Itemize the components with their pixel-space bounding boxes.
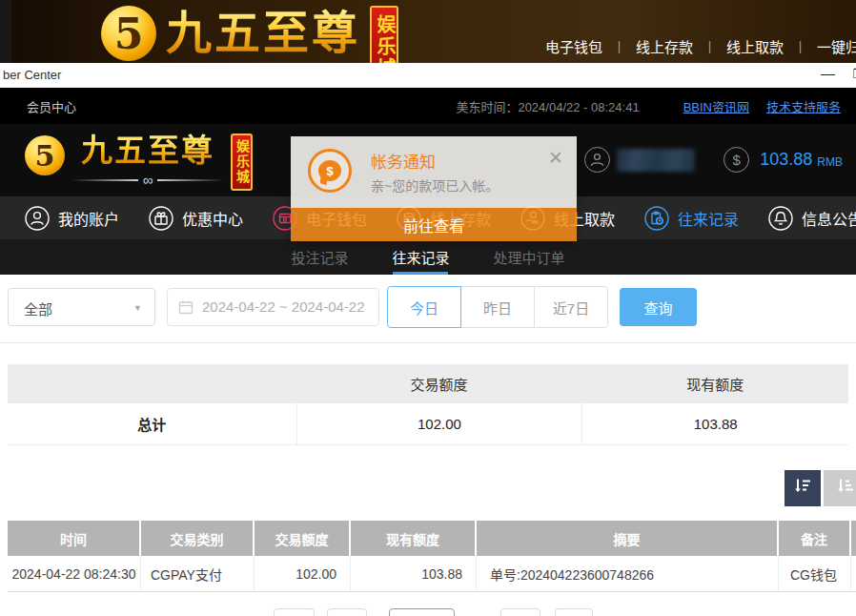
calendar-icon — [178, 299, 194, 318]
last7days-button[interactable]: 近7日 — [534, 286, 608, 328]
window-titlebar: ber Center — ❐ — [0, 63, 856, 88]
section-divider — [0, 342, 856, 343]
summary-header-transaction-amount: 交易额度 — [296, 364, 582, 403]
transactions-table: 时间 交易类别 交易额度 现有额度 摘要 备注 2024-04-22 08:24… — [8, 521, 856, 592]
sort-ascending-icon — [835, 476, 856, 501]
logo-ball-icon: 5 — [101, 6, 156, 61]
window-title: ber Center — [3, 68, 61, 82]
header-summary: 摘要 — [477, 521, 779, 556]
banner-link-ewallet[interactable]: 电子钱包 — [535, 36, 613, 56]
pagination-button[interactable] — [555, 608, 593, 616]
summary-table: 交易额度 现有额度 总计 102.00 103.88 — [8, 364, 848, 445]
username-blurred — [617, 149, 695, 172]
header-overflow — [851, 521, 856, 556]
pagination-button[interactable] — [274, 608, 315, 616]
cell-transaction-type: CGPAY支付 — [141, 556, 255, 591]
header-transaction-amount: 交易额度 — [255, 521, 351, 556]
summary-header-current-balance: 现有额度 — [581, 364, 848, 403]
logo-ball-icon: 5 — [25, 135, 65, 175]
cell-current-balance: 103.88 — [351, 556, 477, 591]
query-button[interactable]: 查询 — [620, 288, 697, 326]
site-logo-large: 5 九五至尊 娱乐城 — [101, 6, 398, 63]
summary-current-balance: 103.88 — [581, 403, 848, 444]
balance-dollar-icon: $ — [724, 147, 749, 173]
today-button[interactable]: 今日 — [387, 286, 461, 328]
logo-flourish: ∞ — [71, 172, 224, 188]
pagination-button[interactable] — [500, 608, 540, 616]
summary-total-label: 总计 — [8, 403, 296, 444]
notification-message: 亲~您的款项已入帐。 — [371, 175, 499, 195]
banner-link-onekey[interactable]: 一键归账 — [806, 36, 856, 56]
banner-quick-links: 电子钱包｜ 线上存款｜ 线上取款｜ 一键归账 — [535, 36, 856, 56]
close-icon[interactable]: ✕ — [548, 147, 563, 169]
balance-currency: RMB — [817, 152, 843, 169]
record-subtabs: 投注记录 往来记录 处理中订单 — [0, 239, 856, 275]
person-icon — [25, 206, 50, 231]
notification-money-icon: $ — [308, 149, 352, 193]
header-remarks: 备注 — [779, 521, 851, 556]
type-select[interactable]: 全部 ▼ — [8, 288, 155, 326]
logo-badge: 娱乐城 — [231, 133, 253, 191]
go-view-button[interactable]: 前往查看 — [291, 208, 577, 241]
banner-link-deposit[interactable]: 线上存款 — [625, 36, 703, 56]
banner-link-withdraw[interactable]: 线上取款 — [716, 36, 794, 56]
avatar-icon[interactable] — [584, 147, 610, 173]
eastern-time-label: 美东时间：2024/04/22 - 08:24:41 — [456, 97, 639, 115]
notification-title: 帐务通知 — [371, 149, 436, 173]
nav-item-transaction-records[interactable]: 往来记录 — [644, 206, 739, 231]
quick-date-group: 今日 昨日 近7日 — [387, 286, 608, 328]
header-transaction-type: 交易类别 — [141, 521, 255, 556]
summary-header-row: 交易额度 现有额度 — [8, 364, 848, 403]
logo-text: 九五至尊 — [81, 132, 214, 170]
pagination-select[interactable] — [389, 608, 455, 616]
minimize-button[interactable]: — — [821, 65, 835, 81]
account-notification-popup: $ 帐务通知 亲~您的款项已入帐。 ✕ 前往查看 — [291, 136, 577, 241]
member-center-label: 会员中心 — [27, 97, 76, 115]
tab-betting-records[interactable]: 投注记录 — [291, 239, 348, 275]
cell-time: 2024-04-22 08:24:30 — [8, 556, 141, 591]
balance-amount: 103.88 — [760, 150, 812, 170]
sort-descending-button[interactable] — [785, 470, 821, 506]
filter-row: 全部 ▼ 2024-04-22 ~ 2024-04-22 今日 昨日 近7日 查… — [8, 286, 848, 328]
bell-icon — [768, 206, 793, 231]
records-icon — [644, 206, 669, 231]
nav-item-announcements[interactable]: 信息公告 — [768, 206, 856, 231]
summary-transaction-amount: 102.00 — [296, 403, 582, 444]
logo-text: 九五至尊 — [166, 6, 360, 61]
nav-item-promotions[interactable]: 优惠中心 — [149, 206, 243, 231]
table-row: 2024-04-22 08:24:30 CGPAY支付 102.00 103.8… — [8, 556, 856, 592]
date-range-input[interactable]: 2024-04-22 ~ 2024-04-22 — [167, 288, 379, 326]
header-current-balance: 现有额度 — [351, 521, 477, 556]
gift-icon — [149, 206, 173, 231]
table-header-row: 时间 交易类别 交易额度 现有额度 摘要 备注 — [8, 521, 856, 556]
cell-remarks: CG钱包 — [779, 556, 851, 591]
cell-transaction-amount: 102.00 — [255, 556, 351, 591]
header-account-area: $ 103.88 RMB — [584, 147, 843, 173]
chevron-down-icon: ▼ — [133, 303, 142, 313]
tab-processing-orders[interactable]: 处理中订单 — [494, 239, 565, 275]
type-select-value: 全部 — [24, 298, 52, 318]
sort-descending-icon — [792, 476, 813, 501]
sort-controls — [0, 470, 856, 506]
yesterday-button[interactable]: 昨日 — [460, 286, 535, 328]
tech-support-link[interactable]: 技术支持服务 — [766, 97, 841, 115]
bbin-news-link[interactable]: BBIN资讯网 — [683, 97, 749, 115]
member-bar: 会员中心 美东时间：2024/04/22 - 08:24:41 BBIN资讯网 … — [0, 88, 856, 124]
date-range-value: 2024-04-22 ~ 2024-04-22 — [202, 298, 365, 315]
top-banner: 5 九五至尊 娱乐城 电子钱包｜ 线上存款｜ 线上取款｜ 一键归账 — [0, 0, 856, 63]
header-time: 时间 — [8, 521, 141, 556]
banner-left-strip — [0, 0, 11, 63]
site-logo-small: 5 九五至尊 ∞ 娱乐城 — [25, 132, 253, 191]
tab-transaction-records[interactable]: 往来记录 — [392, 239, 449, 275]
member-center-page: 5 九五至尊 娱乐城 电子钱包｜ 线上存款｜ 线上取款｜ 一键归账 ber Ce… — [0, 0, 856, 616]
nav-item-my-account[interactable]: 我的账户 — [25, 206, 119, 231]
maximize-button[interactable]: ❐ — [852, 67, 856, 81]
pagination-button[interactable] — [327, 608, 367, 616]
sort-ascending-button[interactable] — [824, 470, 856, 506]
summary-total-row: 总计 102.00 103.88 — [8, 403, 848, 445]
cell-summary: 单号:202404223600748266 — [477, 556, 779, 591]
logo-badge: 娱乐城 — [370, 6, 398, 63]
